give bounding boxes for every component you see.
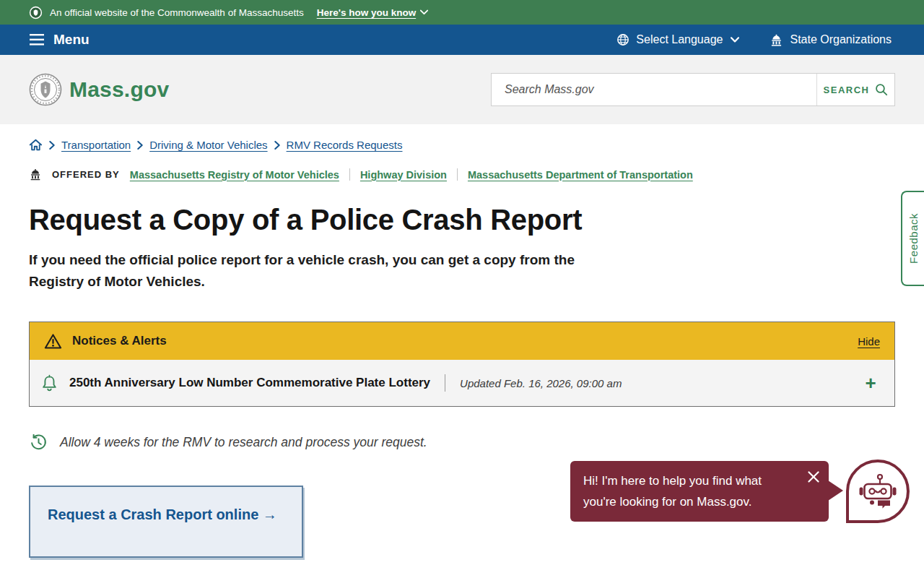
breadcrumb-link-driving-motor-vehicles[interactable]: Driving & Motor Vehicles (149, 139, 267, 151)
page-lead: If you need the official police report f… (29, 249, 628, 293)
heres-how-you-know-label: Here's how you know (317, 7, 417, 18)
page-title: Request a Copy of a Police Crash Report (29, 204, 895, 236)
main-nav: Menu Select Language (0, 25, 924, 55)
alert-updated-timestamp: Updated Feb. 16, 2026, 09:00 am (460, 377, 622, 389)
processing-note: Allow 4 weeks for the RMV to research an… (29, 434, 895, 451)
search-button[interactable]: SEARCH (816, 74, 894, 105)
menu-button[interactable]: Menu (29, 32, 90, 48)
breadcrumb: Transportation Driving & Motor Vehicles … (29, 139, 895, 151)
offered-by-label: OFFERED BY (52, 169, 120, 180)
state-organizations-label: State Organizations (790, 33, 892, 46)
chatbot-button[interactable] (846, 460, 910, 523)
divider (457, 168, 458, 181)
massgov-logo-text: Mass.gov (69, 77, 169, 102)
heres-how-you-know-link[interactable]: Here's how you know (317, 7, 429, 18)
statehouse-icon (770, 34, 783, 46)
search-bar: SEARCH (491, 73, 895, 106)
site-header: Mass.gov SEARCH (0, 55, 924, 124)
history-clock-icon (30, 434, 47, 451)
arrow-right-icon: → (263, 506, 277, 522)
chatbot-message: Hi! I'm here to help you find what you'r… (583, 470, 796, 512)
hamburger-icon (29, 34, 45, 46)
agency-link-rmv[interactable]: Massachusetts Registry of Motor Vehicles (130, 169, 339, 181)
chevron-right-icon (274, 141, 280, 150)
divider (445, 374, 445, 392)
processing-note-text: Allow 4 weeks for the RMV to research an… (60, 435, 427, 450)
divider (349, 168, 350, 181)
select-language-button[interactable]: Select Language (616, 33, 739, 46)
chevron-down-icon (420, 9, 428, 15)
globe-icon (616, 33, 629, 46)
notices-alerts-header: Notices & Alerts Hide (30, 322, 894, 360)
request-crash-report-online-button[interactable]: Request a Crash Report online → (29, 486, 303, 558)
search-button-label: SEARCH (824, 85, 870, 95)
statehouse-icon (29, 168, 42, 181)
nav-right: Select Language State Organizations (616, 33, 892, 46)
official-banner-text: An official website of the Commonwealth … (50, 7, 304, 18)
chatbot-tooltip: Hi! I'm here to help you find what you'r… (570, 461, 829, 522)
menu-label: Menu (53, 32, 90, 48)
expand-alert-button[interactable]: + (863, 375, 879, 391)
notices-alerts-box: Notices & Alerts Hide 250th Anniversary … (29, 322, 895, 407)
select-language-label: Select Language (636, 33, 723, 46)
feedback-label: Feedback (907, 213, 920, 264)
chevron-down-icon (731, 37, 739, 43)
hide-notices-link[interactable]: Hide (858, 335, 880, 348)
state-organizations-link[interactable]: State Organizations (770, 33, 892, 46)
robot-icon (858, 473, 898, 509)
page: An official website of the Commonwealth … (0, 0, 924, 578)
search-icon (875, 83, 888, 96)
official-banner: An official website of the Commonwealth … (0, 0, 924, 25)
offered-by: OFFERED BY Massachusetts Registry of Mot… (29, 168, 895, 181)
search-input[interactable] (492, 74, 816, 105)
home-icon[interactable] (29, 139, 43, 151)
notices-alerts-title: Notices & Alerts (72, 334, 167, 348)
state-seal-icon (29, 6, 43, 20)
breadcrumb-link-transportation[interactable]: Transportation (61, 139, 131, 151)
chevron-right-icon (49, 141, 55, 150)
cta-label: Request a Crash Report online (48, 506, 258, 522)
warning-icon (44, 333, 62, 350)
feedback-tab[interactable]: Feedback (901, 191, 924, 286)
massgov-logo[interactable]: Mass.gov (29, 73, 169, 106)
tooltip-tail (828, 480, 843, 501)
agency-link-massdot[interactable]: Massachusetts Department of Transportati… (468, 169, 693, 181)
breadcrumb-link-rmv-records-requests[interactable]: RMV Records Requests (287, 139, 403, 151)
chevron-right-icon (137, 141, 143, 150)
massgov-seal-icon (29, 73, 62, 106)
alert-row[interactable]: 250th Anniversary Low Number Commemorati… (30, 360, 894, 406)
alert-title: 250th Anniversary Low Number Commemorati… (69, 376, 430, 390)
bell-icon (41, 374, 58, 392)
agency-link-highway-division[interactable]: Highway Division (360, 169, 447, 181)
close-icon[interactable] (807, 470, 820, 483)
